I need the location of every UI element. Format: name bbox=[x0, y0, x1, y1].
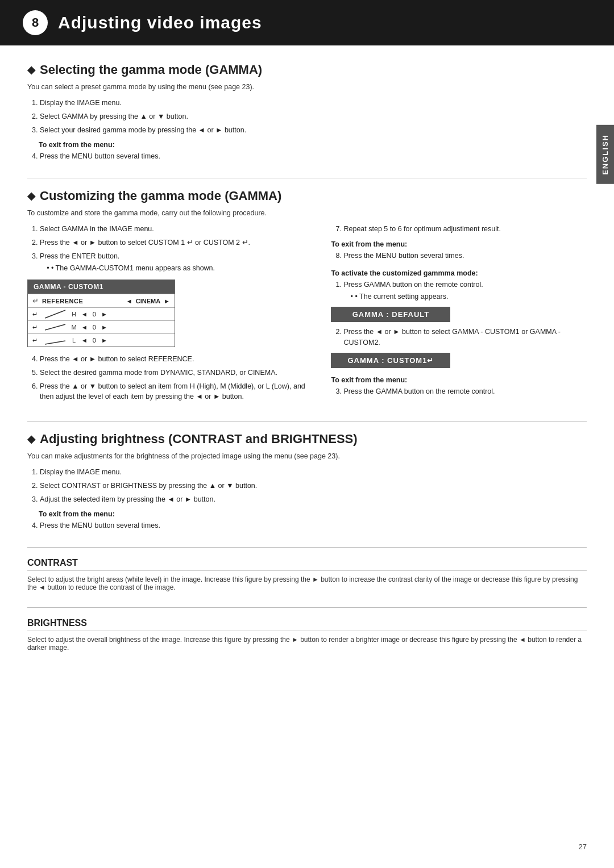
activate-steps2: Press the ◄ or ► button to select GAMMA … bbox=[331, 327, 587, 348]
custom-left-steps: Select GAMMA in the IMAGE menu. Press th… bbox=[27, 224, 308, 274]
gamma-menu-table: GAMMA - CUSTOM1 ↵ REFERENCE ◄ CINEMA ► ↵ bbox=[27, 279, 175, 347]
section-gamma-select: Selecting the gamma mode (GAMMA) You can… bbox=[27, 62, 587, 162]
activate-heading: To activate the customized gammma mode: bbox=[331, 269, 587, 277]
page-title: Adjusting video images bbox=[58, 13, 262, 32]
chapter-badge: 8 bbox=[23, 10, 48, 35]
brightness-exit-steps: Press the MENU button several times. bbox=[27, 520, 587, 531]
activate-steps: Press GAMMA button on the remote control… bbox=[331, 279, 587, 303]
list-item: Press the ◄ or ► button to select REFERE… bbox=[40, 354, 308, 365]
arrow-left-icon: ◄ bbox=[81, 324, 88, 331]
right-exit2-steps: Press the GAMMA button on the remote con… bbox=[331, 386, 587, 397]
right-exit-steps: Press the MENU button several times. bbox=[331, 251, 587, 261]
list-item: Repeat step 5 to 6 for optimum adjustime… bbox=[343, 224, 587, 235]
cinema-value: CINEMA bbox=[136, 298, 160, 304]
brightness-steps: Display the IMAGE menu. Select CONTRAST … bbox=[27, 467, 587, 504]
brightness-title: BRIGHTNESS bbox=[27, 618, 587, 631]
arrow-right-icon: ► bbox=[101, 337, 107, 344]
brightness-section-title: Adjusting brightness (CONTRAST and BRIGH… bbox=[27, 432, 587, 446]
svg-line-2 bbox=[45, 341, 65, 344]
list-item: Select your desired gamma mode by pressi… bbox=[40, 125, 587, 136]
gamma-select-steps: Display the IMAGE menu. Select GAMMA by … bbox=[27, 98, 587, 135]
gamma-m-row: ↵ M ◄ 0 ► bbox=[28, 320, 175, 333]
custom-right-steps: Repeat step 5 to 6 for optimum adjustime… bbox=[331, 224, 587, 235]
bullet-item: • The GAMMA-CUSTOM1 menu appears as show… bbox=[51, 263, 308, 274]
contrast-title: CONTRAST bbox=[27, 558, 587, 571]
section-gamma-custom-title: Customizing the gamma mode (GAMMA) bbox=[27, 189, 587, 203]
enter-icon: ↵ bbox=[32, 324, 42, 331]
list-item: Select GAMMA by pressing the ▲ or ▼ butt… bbox=[40, 111, 587, 122]
section-contrast: CONTRAST Select to adjust the bright are… bbox=[27, 558, 587, 591]
col-left: Select GAMMA in the IMAGE menu. Press th… bbox=[27, 224, 308, 405]
custom-left-steps2: Press the ◄ or ► button to select REFERE… bbox=[27, 354, 308, 402]
list-item: Press the ENTER button. • The GAMMA-CUST… bbox=[40, 251, 308, 274]
gamma-h-row: ↵ H ◄ 0 ► bbox=[28, 307, 175, 320]
brightness-body: Select to adjust the overall brightness … bbox=[27, 636, 587, 652]
section-gamma-select-title: Selecting the gamma mode (GAMMA) bbox=[27, 62, 587, 77]
l-ctrl: ◄ 0 ► bbox=[81, 337, 107, 344]
enter-icon: ↵ bbox=[32, 311, 42, 318]
list-item: Press the GAMMA button on the remote con… bbox=[343, 386, 587, 397]
l-value: 0 bbox=[90, 337, 99, 344]
gamma-ref-row: ↵ REFERENCE ◄ CINEMA ► bbox=[28, 294, 175, 307]
list-item: Press the MENU button several times. bbox=[40, 520, 587, 531]
section-gamma-select-intro: You can select a preset gamma mode by us… bbox=[27, 83, 587, 91]
h-value: 0 bbox=[90, 311, 99, 318]
gamma-custom1-display: GAMMA : CUSTOM1↵ bbox=[331, 353, 450, 368]
section-gamma-custom: Customizing the gamma mode (GAMMA) To cu… bbox=[27, 189, 587, 405]
page-number: 27 bbox=[579, 842, 587, 851]
side-tab: ENGLISH bbox=[596, 125, 614, 184]
page-header: 8 Adjusting video images bbox=[0, 0, 614, 45]
list-item: Display the IMAGE menu. bbox=[40, 467, 587, 478]
right-exit-heading: To exit from the menu: bbox=[331, 240, 587, 248]
arrow-left-icon: ◄ bbox=[126, 298, 132, 304]
list-item: Select the desired gamma mode from DYNAM… bbox=[40, 368, 308, 378]
section-gamma-custom-intro: To customize and store the gamma mode, c… bbox=[27, 209, 587, 217]
right-exit2-heading: To exit from the menu: bbox=[331, 376, 587, 384]
gamma-default-display: GAMMA : DEFAULT bbox=[331, 307, 450, 322]
enter-icon: ↵ bbox=[32, 337, 42, 344]
section-brightness-sub: BRIGHTNESS Select to adjust the overall … bbox=[27, 618, 587, 652]
arrow-right-icon: ► bbox=[101, 324, 107, 331]
arrow-left-icon: ◄ bbox=[81, 311, 88, 318]
brightness-exit-heading: To exit from the menu: bbox=[27, 510, 587, 518]
svg-line-0 bbox=[45, 310, 65, 318]
list-item: Press the ◄ or ► button to select GAMMA … bbox=[343, 327, 587, 348]
list-item: Press GAMMA button on the remote control… bbox=[343, 279, 587, 303]
list-item: Adjust the selected item by pressing the… bbox=[40, 494, 587, 505]
contrast-body: Select to adjust the bright areas (white… bbox=[27, 575, 587, 591]
m-value: 0 bbox=[90, 324, 99, 331]
arrow-left-icon: ◄ bbox=[81, 337, 88, 344]
m-ctrl: ◄ 0 ► bbox=[81, 324, 107, 331]
exit-steps: Press the MENU button several times. bbox=[27, 151, 587, 162]
gamma-menu-header: GAMMA - CUSTOM1 bbox=[28, 280, 175, 294]
graph-h bbox=[44, 309, 67, 319]
arrow-right-icon: ► bbox=[164, 298, 170, 304]
brightness-section-intro: You can make adjustments for the brightn… bbox=[27, 452, 587, 460]
section-brightness: Adjusting brightness (CONTRAST and BRIGH… bbox=[27, 432, 587, 531]
bullet-item: • The current setting appears. bbox=[355, 291, 587, 302]
list-item: Press the MENU button several times. bbox=[40, 151, 587, 162]
graph-l bbox=[44, 335, 67, 345]
graph-m bbox=[44, 322, 67, 332]
list-item: Press the ◄ or ► button to selcet CUSTOM… bbox=[40, 237, 308, 248]
gamma-l-row: ↵ L ◄ 0 ► bbox=[28, 333, 175, 347]
list-item: Press the ▲ or ▼ button to select an ite… bbox=[40, 381, 308, 403]
list-item: Select CONTRAST or BRIGHTNESS by pressin… bbox=[40, 481, 587, 491]
h-ctrl: ◄ 0 ► bbox=[81, 311, 107, 318]
ref-label: REFERENCE bbox=[42, 298, 83, 304]
l-label: L bbox=[69, 337, 79, 344]
exit-menu-heading: To exit from the menu: bbox=[27, 141, 587, 149]
list-item: Press the MENU button several times. bbox=[343, 251, 587, 261]
list-item: Select GAMMA in the IMAGE menu. bbox=[40, 224, 308, 235]
col-right: Repeat step 5 to 6 for optimum adjustime… bbox=[331, 224, 587, 405]
svg-line-1 bbox=[45, 324, 65, 330]
m-label: M bbox=[69, 324, 79, 331]
h-label: H bbox=[69, 311, 79, 318]
list-item: Display the IMAGE menu. bbox=[40, 98, 587, 108]
arrow-right-icon: ► bbox=[101, 311, 107, 318]
